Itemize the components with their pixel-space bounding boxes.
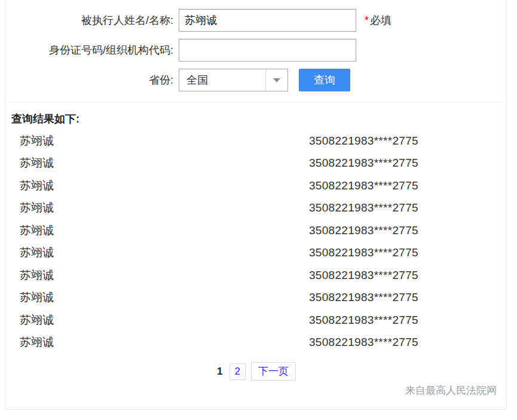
id-field-label: 身份证号码/组织机构代码:: [5, 43, 179, 57]
result-id-masked: 3508221983****2775: [309, 291, 418, 304]
result-id-masked: 3508221983****2775: [309, 314, 418, 327]
result-row[interactable]: 苏翊诚 3508221983****2775: [5, 219, 506, 242]
result-name: 苏翊诚: [20, 133, 309, 149]
required-text: 必填: [370, 14, 391, 26]
result-id-masked: 3508221983****2775: [309, 179, 418, 192]
results-section: 查询结果如下: 苏翊诚 3508221983****2775 苏翊诚 35082…: [5, 112, 506, 354]
result-id-masked: 3508221983****2775: [309, 269, 418, 282]
results-title: 查询结果如下:: [11, 112, 506, 126]
result-name: 苏翊诚: [20, 178, 309, 194]
form-row-province: 省份: 全国 查询: [5, 69, 506, 91]
result-row[interactable]: 苏翊诚 3508221983****2775: [5, 264, 506, 287]
result-name: 苏翊诚: [20, 290, 309, 305]
result-id-masked: 3508221983****2775: [309, 201, 418, 214]
result-row[interactable]: 苏翊诚 3508221983****2775: [5, 287, 506, 309]
source-attribution: 来自最高人民法院网: [5, 384, 506, 397]
name-field-label: 被执行人姓名/名称:: [5, 13, 179, 27]
result-name: 苏翊诚: [20, 223, 309, 238]
id-input[interactable]: [179, 39, 356, 62]
result-row[interactable]: 苏翊诚 3508221983****2775: [5, 130, 506, 152]
result-name: 苏翊诚: [20, 335, 309, 350]
result-row[interactable]: 苏翊诚 3508221983****2775: [5, 242, 506, 265]
page: 被执行人姓名/名称: *必填 身份证号码/组织机构代码: 省份: 全国 查询: [0, 0, 517, 420]
required-note: *必填: [365, 13, 391, 27]
result-name: 苏翊诚: [20, 200, 309, 216]
search-form: 被执行人姓名/名称: *必填 身份证号码/组织机构代码: 省份: 全国 查询: [5, 0, 506, 91]
name-input[interactable]: [179, 9, 356, 32]
pagination-page-2[interactable]: 2: [230, 363, 246, 380]
pagination-next-button[interactable]: 下一页: [251, 362, 296, 381]
result-name: 苏翊诚: [20, 155, 309, 171]
result-id-masked: 3508221983****2775: [309, 224, 418, 237]
result-row[interactable]: 苏翊诚 3508221983****2775: [5, 332, 506, 354]
results-list: 苏翊诚 3508221983****2775 苏翊诚 3508221983***…: [5, 130, 506, 354]
province-field-label: 省份:: [5, 73, 179, 87]
chevron-down-icon: [273, 78, 280, 82]
result-row[interactable]: 苏翊诚 3508221983****2775: [5, 197, 506, 220]
result-name: 苏翊诚: [20, 312, 309, 328]
province-select[interactable]: 全国: [179, 69, 288, 91]
result-id-masked: 3508221983****2775: [309, 246, 418, 259]
result-row[interactable]: 苏翊诚 3508221983****2775: [5, 309, 506, 332]
select-arrow-button[interactable]: [265, 69, 287, 91]
required-asterisk: *: [365, 14, 369, 26]
result-id-masked: 3508221983****2775: [309, 134, 418, 148]
province-selected-value: 全国: [179, 69, 265, 91]
search-button[interactable]: 查询: [299, 69, 350, 91]
result-name: 苏翊诚: [20, 268, 309, 283]
enforcement-query-panel: 被执行人姓名/名称: *必填 身份证号码/组织机构代码: 省份: 全国 查询: [5, 0, 507, 410]
result-row[interactable]: 苏翊诚 3508221983****2775: [5, 174, 506, 197]
result-name: 苏翊诚: [20, 245, 309, 260]
result-row[interactable]: 苏翊诚 3508221983****2775: [5, 152, 506, 175]
result-id-masked: 3508221983****2775: [309, 157, 418, 170]
form-results-divider: [9, 102, 503, 103]
pagination: 1 2 下一页: [5, 362, 506, 381]
form-row-name: 被执行人姓名/名称: *必填: [5, 9, 506, 32]
form-row-id: 身份证号码/组织机构代码:: [5, 39, 506, 62]
result-id-masked: 3508221983****2775: [309, 336, 418, 349]
pagination-current-page: 1: [216, 364, 224, 379]
